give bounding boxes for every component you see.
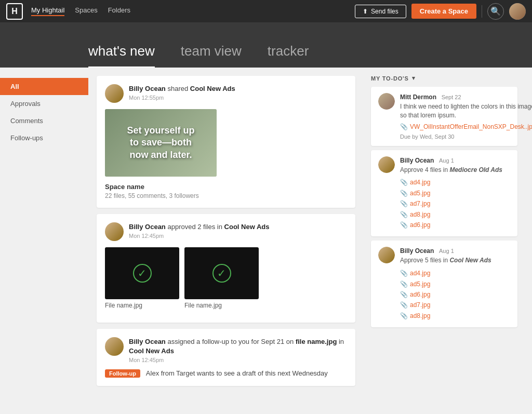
paperclip-icon-3b: 📎 [400, 279, 408, 289]
nav-my-hightail[interactable]: My Hightail [31, 6, 64, 16]
sidebar: All Approvals Comments Follow-ups [0, 68, 88, 413]
card-1-action: shared [167, 85, 190, 92]
card-3-file: file name.jpg [296, 338, 337, 345]
todo-3-files: 📎 ad4.jpg 📎 ad5.jpg 📎 ad6.jpg 📎 [400, 268, 510, 321]
card-3-title: Billy Ocean assigned a follow-up to you … [129, 337, 347, 356]
todo-3-file-4[interactable]: 📎 ad7.jpg [400, 300, 510, 310]
todo-2-file-4[interactable]: 📎 ad8.jpg [400, 209, 510, 220]
search-icon: 🔍 [490, 6, 501, 16]
create-space-button[interactable]: Create a Space [411, 4, 476, 19]
nav-folders[interactable]: Folders [108, 6, 130, 16]
todo-3-date: Aug 1 [439, 248, 454, 254]
todo-3-file-1[interactable]: 📎 ad4.jpg [400, 268, 510, 278]
right-sidebar: MY TO-DO'S ▾ Mitt Dermon Sept 22 I think… [364, 68, 525, 413]
avatar-image [509, 3, 526, 20]
approved-thumb-2[interactable]: ✓ [184, 247, 259, 299]
todo-2-user: Billy Ocean [400, 157, 434, 164]
approved-file-1: ✓ File name.jpg [105, 247, 179, 309]
nav-divider [482, 5, 482, 18]
chevron-down-icon: ▾ [412, 75, 416, 82]
feed: Billy Ocean shared Cool New Ads Mon 12:5… [88, 68, 364, 413]
tab-whats-new[interactable]: what's new [88, 43, 155, 68]
approved-check-icon-2: ✓ [212, 264, 231, 283]
space-preview-image[interactable]: Set yourself upto save—bothnow and later… [105, 109, 217, 177]
card-3-user: Billy Ocean [129, 338, 166, 345]
feed-card-followup: Billy Ocean assigned a follow-up to you … [97, 329, 355, 386]
followup-badge: Follow-up [105, 369, 140, 378]
paperclip-icon-2d: 📎 [400, 209, 408, 220]
followup-text: Alex from Target wants to see a draft of… [146, 369, 328, 377]
avatar-billy-1 [105, 84, 124, 103]
paperclip-icon-3d: 📎 [400, 300, 408, 310]
paperclip-icon-2c: 📎 [400, 198, 408, 209]
card-1-target[interactable]: Cool New Ads [190, 85, 235, 92]
todo-1-file-link[interactable]: 📎 VW_OilInstantOfferEmail_NonSXP_Desk..j… [400, 123, 532, 130]
todo-2-file-2[interactable]: 📎 ad5.jpg [400, 188, 510, 198]
feed-card-shared: Billy Ocean shared Cool New Ads Mon 12:5… [97, 76, 355, 208]
card-1-time: Mon 12:55pm [129, 95, 347, 101]
todo-2-date: Aug 1 [439, 157, 454, 164]
approved-check-icon-1: ✓ [133, 264, 152, 283]
approved-filename-1: File name.jpg [105, 302, 179, 309]
todo-2-file-5[interactable]: 📎 ad6.jpg [400, 220, 510, 230]
sidebar-item-followups[interactable]: Follow-ups [0, 129, 88, 146]
todo-header[interactable]: MY TO-DO'S ▾ [371, 75, 517, 82]
space-name: Space name [105, 183, 347, 191]
todo-3-file-5[interactable]: 📎 ad8.jpg [400, 311, 510, 321]
todo-1-desc: I think we need to lighten the colors in… [400, 102, 532, 120]
todo-2-file-1[interactable]: 📎 ad4.jpg [400, 177, 510, 188]
paperclip-icon-1: 📎 [400, 123, 408, 130]
space-preview-text: Set yourself upto save—bothnow and later… [122, 119, 200, 166]
user-avatar-nav[interactable] [509, 3, 526, 20]
todo-2-desc: Approve 4 files in Mediocre Old Ads [400, 166, 510, 175]
todo-1-file: VW_OilInstantOfferEmail_NonSXP_Desk..jpe… [410, 123, 532, 130]
logo[interactable]: H [6, 3, 23, 20]
card-1-title: Billy Ocean shared Cool New Ads [129, 84, 347, 94]
todo-3-desc: Approve 5 files in Cool New Ads [400, 256, 510, 265]
todo-3-file-2[interactable]: 📎 ad5.jpg [400, 279, 510, 289]
nav-spaces[interactable]: Spaces [75, 6, 97, 16]
sidebar-item-all[interactable]: All [0, 78, 88, 95]
card-2-target[interactable]: Cool New Ads [224, 223, 270, 231]
nav-right: ⬆ Send files Create a Space 🔍 [355, 3, 526, 20]
todo-2-files: 📎 ad4.jpg 📎 ad5.jpg 📎 ad7.jpg 📎 [400, 177, 510, 230]
space-meta: 22 files, 55 comments, 3 followers [105, 192, 347, 199]
todo-1-due: Due by Wed, Sept 30 [400, 133, 532, 140]
tab-tracker[interactable]: tracker [268, 43, 309, 68]
avatar-billy-2 [105, 222, 124, 241]
sidebar-item-comments[interactable]: Comments [0, 112, 88, 129]
card-2-user: Billy Ocean [129, 223, 166, 231]
todo-card-2: Billy Ocean Aug 1 Approve 4 files in Med… [371, 150, 517, 237]
card-3-time: Mon 12:45pm [129, 357, 347, 363]
avatar-billy-3 [105, 337, 124, 356]
paperclip-icon-2b: 📎 [400, 188, 408, 198]
top-nav: H My Hightail Spaces Folders ⬆ Send file… [0, 0, 532, 22]
paperclip-icon-3e: 📎 [400, 311, 408, 321]
paperclip-icon-2e: 📎 [400, 220, 408, 230]
paperclip-icon-3a: 📎 [400, 268, 408, 278]
sidebar-item-approvals[interactable]: Approvals [0, 95, 88, 112]
hero-tabs: what's new team view tracker [0, 22, 532, 68]
todo-1-date: Sept 22 [442, 94, 461, 100]
todo-avatar-billy-2 [378, 247, 395, 263]
card-3-target[interactable]: Cool New Ads [129, 347, 174, 355]
approved-thumb-1[interactable]: ✓ [105, 247, 179, 299]
todo-card-3: Billy Ocean Aug 1 Approve 5 files in Coo… [371, 241, 517, 327]
card-2-title: Billy Ocean approved 2 files in Cool New… [129, 222, 347, 232]
todo-1-user: Mitt Dermon [400, 94, 436, 101]
todo-avatar-mitt [378, 93, 395, 110]
tab-team-view[interactable]: team view [181, 43, 242, 68]
main-layout: All Approvals Comments Follow-ups Billy … [0, 68, 532, 413]
todo-2-space[interactable]: Mediocre Old Ads [449, 166, 502, 173]
todo-header-label: MY TO-DO'S [371, 75, 409, 82]
paperclip-icon-2a: 📎 [400, 177, 408, 188]
nav-links: My Hightail Spaces Folders [31, 6, 355, 16]
card-2-time: Mon 12:45pm [129, 233, 347, 239]
send-files-button[interactable]: ⬆ Send files [355, 5, 406, 18]
todo-2-file-3[interactable]: 📎 ad7.jpg [400, 198, 510, 209]
todo-3-user: Billy Ocean [400, 247, 434, 255]
approved-filename-2: File name.jpg [184, 302, 259, 309]
search-button[interactable]: 🔍 [487, 3, 504, 20]
todo-3-file-3[interactable]: 📎 ad6.jpg [400, 289, 510, 300]
todo-3-space[interactable]: Cool New Ads [449, 257, 491, 264]
